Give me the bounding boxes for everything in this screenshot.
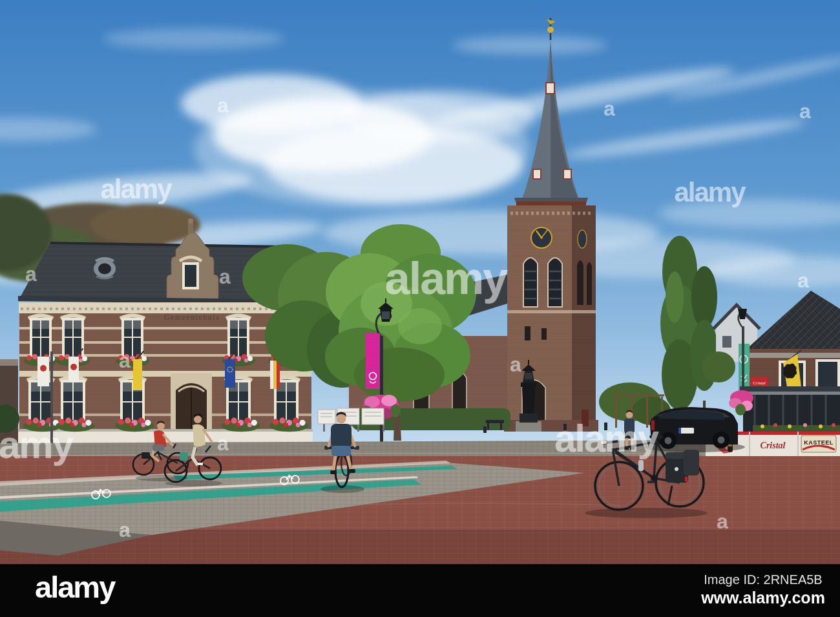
stock-photo-page: Gemeentehuis: [0, 0, 840, 617]
water-bottle: [638, 460, 644, 471]
handlebar-grip: [601, 441, 607, 444]
townhall-name-sign: Gemeentehuis: [164, 313, 220, 322]
alamy-logo: alamy: [35, 569, 114, 605]
teal-pannier: [180, 452, 188, 461]
svg-text:KASTEEL: KASTEEL: [804, 439, 834, 446]
alamy-footer-bar: alamy Image ID: 2RNEA5B www.alamy.com: [0, 564, 840, 617]
entrance-door: [171, 373, 212, 437]
cristal-wall-sign: Cristal: [750, 377, 768, 388]
tail-light-icon: [651, 420, 655, 430]
spire-gold-ball: [547, 26, 554, 33]
image-id-text: Image ID: 2RNEA5B: [682, 571, 840, 588]
town-square-photo: Gemeentehuis: [0, 0, 840, 564]
belfry-windows: [523, 258, 592, 307]
church-tower: [504, 205, 598, 432]
alamy-url-text: www.alamy.com: [682, 588, 840, 607]
kasteel-sign: KASTEEL: [801, 435, 836, 452]
svg-text:Cristal: Cristal: [753, 381, 766, 386]
image-id-block: Image ID: 2RNEA5B www.alamy.com: [682, 571, 840, 607]
cristal-banner-text: Cristal: [761, 441, 786, 450]
